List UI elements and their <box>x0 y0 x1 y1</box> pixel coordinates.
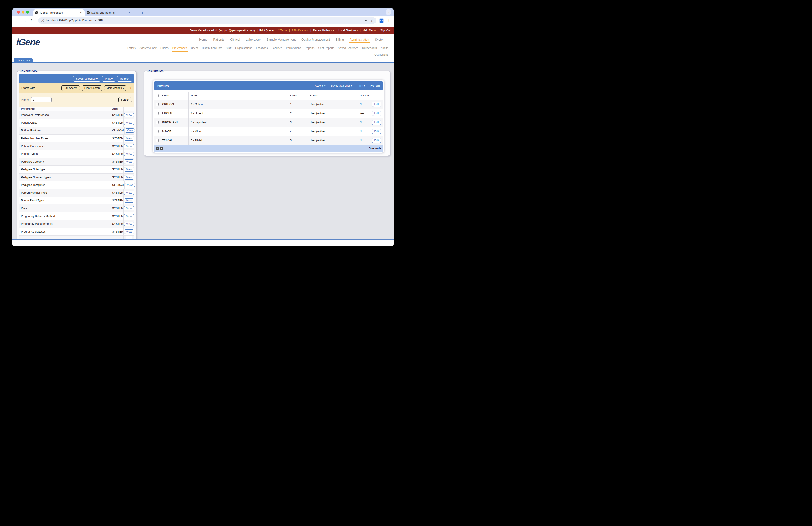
row-checkbox[interactable] <box>156 103 159 106</box>
reload-button[interactable]: ↻ <box>30 18 33 22</box>
clear-search-button[interactable]: Clear Search <box>82 85 102 91</box>
row-checkbox[interactable] <box>156 139 159 142</box>
edit-button[interactable]: Edit <box>372 102 381 107</box>
more-actions-button[interactable]: More Actions ▾ <box>104 85 127 91</box>
view-button[interactable]: View <box>125 128 135 133</box>
view-button[interactable]: View <box>124 113 134 117</box>
sub-nav-item[interactable]: Reports <box>305 47 315 50</box>
row-checkbox[interactable] <box>156 112 159 115</box>
sub-nav-item[interactable]: Locations <box>256 47 268 50</box>
main-nav-item[interactable]: Administration <box>350 38 369 41</box>
print-queue-link[interactable]: Print Queue <box>260 29 274 32</box>
sub-nav-item[interactable]: Clinics <box>160 47 169 50</box>
tab-close-icon[interactable]: ✕ <box>128 12 131 14</box>
main-nav-item[interactable]: Laboratory <box>246 38 261 41</box>
saved-searches-menu[interactable]: Saved Searches ▾ <box>331 84 352 87</box>
sub-nav-item[interactable]: Staff <box>226 47 231 50</box>
close-search-icon[interactable]: ✕ <box>129 86 132 90</box>
view-button[interactable]: View <box>124 206 134 211</box>
view-button[interactable]: View <box>124 214 134 218</box>
profile-avatar[interactable] <box>379 18 385 24</box>
bookmark-star-icon[interactable]: ☆ <box>371 18 374 23</box>
main-nav-item[interactable]: Quality Management <box>301 38 330 41</box>
view-button[interactable]: View <box>124 152 134 156</box>
browser-tab[interactable]: iGene: Preferences ✕ <box>33 10 85 16</box>
print-button[interactable]: Print ▾ <box>102 76 115 82</box>
edit-button[interactable]: Edit <box>372 129 381 134</box>
sub-nav-item[interactable]: Facilities <box>272 47 282 50</box>
separator: | <box>360 29 361 32</box>
sub-nav-item[interactable]: Sent Reports <box>318 47 334 50</box>
tab-search-button[interactable]: ⌄ <box>386 10 391 15</box>
address-bar[interactable]: i localhost:8080/App/App.html?locale=sv_… <box>38 17 376 24</box>
recent-patients-menu[interactable]: Recent Patients ▾ <box>313 29 334 32</box>
main-menu-link[interactable]: Main Menu <box>363 29 376 32</box>
actions-menu[interactable]: Actions ▾ <box>315 84 326 87</box>
account-info: Genial Genetics - admin (support@genialg… <box>190 29 255 32</box>
notifications-link[interactable]: 2 Notifications <box>292 29 308 32</box>
row-checkbox[interactable] <box>156 121 159 124</box>
priority-row: TRIVIAL 5 - Trivial 5 User (Active) No E… <box>154 136 383 145</box>
sub-nav-item[interactable]: Users <box>191 47 198 50</box>
edit-button[interactable]: Edit <box>372 120 381 125</box>
main-nav-item[interactable]: Patients <box>213 38 224 41</box>
browser-tab[interactable]: iGene: Lab Referral ✕ <box>85 10 133 16</box>
sub-nav-item[interactable]: Preferences <box>172 47 187 50</box>
page-tab-preferences[interactable]: Preferences <box>14 58 33 62</box>
sub-nav-item[interactable]: Permissions <box>286 47 301 50</box>
site-info-icon[interactable]: i <box>41 19 44 22</box>
view-button[interactable]: View <box>124 159 134 164</box>
view-button[interactable]: View <box>124 229 134 234</box>
new-tab-button[interactable]: + <box>140 11 144 15</box>
close-window-button[interactable] <box>17 11 20 14</box>
view-button[interactable]: View <box>124 190 134 195</box>
view-button[interactable]: View <box>124 136 134 141</box>
view-button[interactable]: View <box>124 144 134 148</box>
zoom-window-button[interactable] <box>26 11 29 14</box>
add-row-icon[interactable]: + <box>156 147 159 150</box>
view-button[interactable]: View <box>124 167 134 172</box>
ou-hospital-link[interactable]: Hospital <box>379 53 388 56</box>
edit-search-button[interactable]: Edit Search <box>61 85 80 91</box>
view-button[interactable]: View <box>124 120 134 125</box>
view-button[interactable]: View <box>124 198 134 203</box>
local-filestore-menu[interactable]: Local Filestore ▾ <box>338 29 358 32</box>
sub-nav-item[interactable]: Address Book <box>140 47 157 50</box>
view-button[interactable]: View <box>124 175 134 180</box>
select-all-checkbox[interactable] <box>156 94 159 97</box>
tasks-link[interactable]: 2 Tasks <box>278 29 287 32</box>
browser-menu-icon[interactable]: ⋮ <box>387 18 391 23</box>
main-nav-item[interactable]: Clinical <box>230 38 240 41</box>
remove-row-icon[interactable]: − <box>160 147 163 150</box>
main-nav-item[interactable]: Billing <box>336 38 344 41</box>
sub-nav-item[interactable]: Distribution Lists <box>202 47 222 50</box>
sub-nav-item[interactable]: Noticeboard <box>362 47 377 50</box>
edit-button[interactable]: Edit <box>372 138 381 143</box>
sub-nav-item[interactable]: Letters <box>127 47 136 50</box>
refresh-button[interactable]: Refresh <box>117 76 132 82</box>
minimize-window-button[interactable] <box>21 11 25 14</box>
sign-out-link[interactable]: Sign Out <box>380 29 391 32</box>
saved-searches-button[interactable]: Saved Searches ▾ <box>73 76 100 82</box>
password-key-icon[interactable] <box>364 19 367 22</box>
preference-row-clipped <box>19 236 134 239</box>
row-checkbox[interactable] <box>156 130 159 133</box>
edit-button[interactable]: Edit <box>372 111 381 116</box>
print-menu[interactable]: Print ▾ <box>358 84 365 87</box>
main-nav-item[interactable]: Home <box>199 38 207 41</box>
main-nav-item[interactable]: Sample Management <box>266 38 296 41</box>
url-text[interactable]: localhost:8080/App/App.html?locale=sv_SE… <box>46 19 360 22</box>
search-button[interactable]: Search <box>118 97 132 102</box>
name-input[interactable] <box>31 97 52 102</box>
back-button[interactable]: ← <box>15 18 19 22</box>
tab-close-icon[interactable]: ✕ <box>79 12 82 14</box>
refresh-menu[interactable]: Refresh <box>371 84 380 87</box>
view-button[interactable]: View <box>125 183 135 187</box>
main-nav-item[interactable]: System <box>375 38 385 41</box>
view-button[interactable]: View <box>124 222 134 226</box>
view-button[interactable] <box>126 236 132 239</box>
sub-nav-item[interactable]: Audits <box>381 47 388 50</box>
sub-nav-item[interactable]: Saved Searches <box>338 47 358 50</box>
forward-button[interactable]: → <box>23 18 27 22</box>
sub-nav-item[interactable]: Organisations <box>235 47 252 50</box>
